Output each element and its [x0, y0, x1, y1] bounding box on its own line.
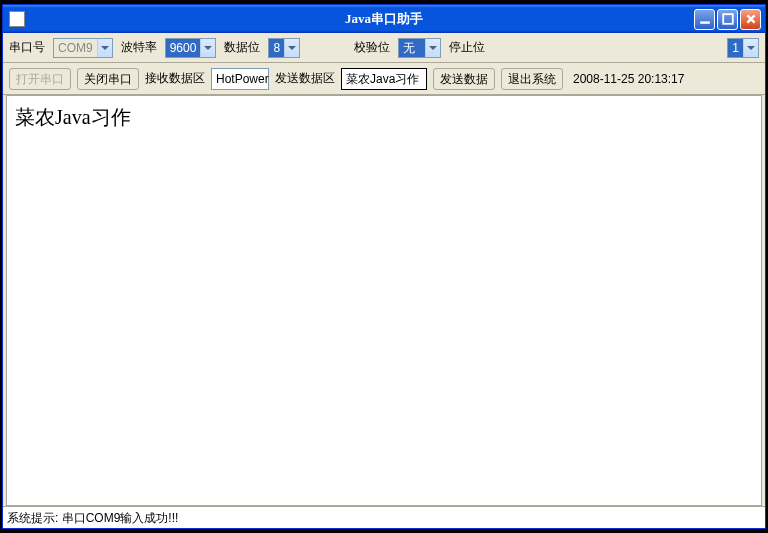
chevron-down-icon [284, 39, 299, 57]
maximize-button[interactable] [717, 9, 738, 30]
parity-label: 校验位 [354, 39, 390, 56]
port-value: COM9 [54, 39, 97, 57]
svg-rect-0 [700, 21, 710, 23]
baud-value: 9600 [166, 39, 201, 57]
window-buttons [694, 9, 761, 30]
minimize-icon [699, 13, 711, 25]
baud-label: 波特率 [121, 39, 157, 56]
recv-field[interactable]: HotPower [211, 68, 269, 90]
status-bar: 系统提示: 串口COM9输入成功!!! [3, 506, 765, 528]
minimize-button[interactable] [694, 9, 715, 30]
maximize-icon [722, 13, 734, 25]
timestamp: 2008-11-25 20:13:17 [573, 72, 684, 86]
port-combo[interactable]: COM9 [53, 38, 113, 58]
config-toolbar: 串口号 COM9 波特率 9600 数据位 8 校验位 无 停止位 1 [3, 33, 765, 63]
close-button[interactable] [740, 9, 761, 30]
exit-button[interactable]: 退出系统 [501, 68, 563, 90]
databits-label: 数据位 [224, 39, 260, 56]
recv-label: 接收数据区 [145, 70, 205, 87]
databits-combo[interactable]: 8 [268, 38, 300, 58]
send-field[interactable]: 菜农Java习作 [341, 68, 427, 90]
stopbits-value: 1 [728, 39, 743, 57]
chevron-down-icon [425, 39, 440, 57]
window-title: Java串口助手 [3, 10, 765, 28]
close-icon [745, 13, 757, 25]
chevron-down-icon [200, 39, 215, 57]
titlebar[interactable]: Java串口助手 [3, 5, 765, 33]
chevron-down-icon [743, 39, 758, 57]
status-prefix: 系统提示: [7, 511, 58, 525]
stopbits-label: 停止位 [449, 39, 485, 56]
port-label: 串口号 [9, 39, 45, 56]
chevron-down-icon [97, 39, 112, 57]
stopbits-combo[interactable]: 1 [727, 38, 759, 58]
app-window: Java串口助手 串口号 COM9 波特率 9600 数据位 8 [2, 4, 766, 529]
open-port-button[interactable]: 打开串口 [9, 68, 71, 90]
parity-combo[interactable]: 无 [398, 38, 441, 58]
send-label: 发送数据区 [275, 70, 335, 87]
svg-rect-1 [723, 14, 733, 24]
status-message: 串口COM9输入成功!!! [58, 511, 178, 525]
close-port-button[interactable]: 关闭串口 [77, 68, 139, 90]
parity-value: 无 [399, 39, 425, 57]
databits-value: 8 [269, 39, 284, 57]
app-icon [9, 11, 25, 27]
baud-combo[interactable]: 9600 [165, 38, 217, 58]
send-button[interactable]: 发送数据 [433, 68, 495, 90]
output-area[interactable]: 菜农Java习作 [6, 95, 762, 506]
action-toolbar: 打开串口 关闭串口 接收数据区 HotPower 发送数据区 菜农Java习作 … [3, 63, 765, 95]
